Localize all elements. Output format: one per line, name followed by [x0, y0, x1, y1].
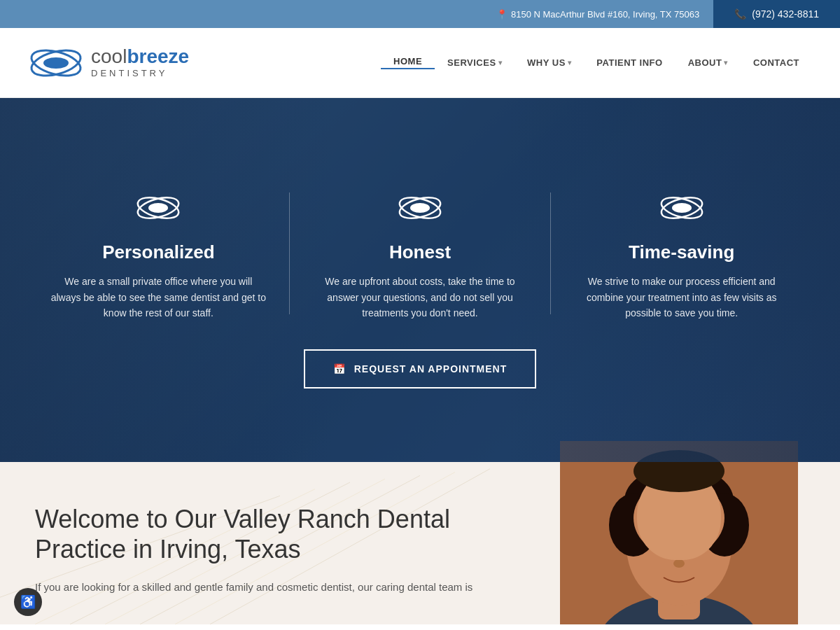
cta-wrap: 📅 REQUEST AN APPOINTMENT	[28, 349, 812, 388]
about-caret: ▾	[724, 59, 728, 66]
col2-title: Honest	[311, 241, 530, 263]
logo-dentistry: DENTISTRY	[91, 68, 189, 78]
svg-point-27	[634, 479, 724, 556]
doctor-photo	[560, 441, 798, 624]
svg-point-30	[673, 559, 685, 568]
personalized-icon	[134, 186, 183, 227]
hero-columns: Personalized We are a small private offi…	[28, 186, 812, 321]
hero-content: Personalized We are a small private offi…	[0, 144, 840, 416]
hero-col-honest: Honest We are upfront about costs, take …	[290, 186, 551, 321]
doctor-face-image	[560, 441, 798, 624]
svg-point-29	[692, 540, 708, 552]
top-bar: 📍 8150 N MacArthur Blvd #160, Irving, TX…	[0, 0, 840, 28]
svg-point-28	[650, 540, 666, 552]
phone-icon: 📞	[734, 8, 746, 20]
logo-brand-name: coolbreeze	[91, 47, 189, 66]
col3-body: We strive to make our process efficient …	[572, 274, 791, 321]
phone-number: (972) 432-8811	[752, 8, 819, 20]
svg-point-8	[410, 203, 430, 213]
nav-home[interactable]: HOME	[381, 56, 435, 69]
svg-point-5	[148, 203, 168, 213]
nav-why-us[interactable]: WHY US ▾	[514, 57, 584, 68]
accessibility-icon: ♿	[20, 594, 36, 610]
svg-point-25	[609, 493, 658, 556]
appointment-button[interactable]: 📅 REQUEST AN APPOINTMENT	[304, 349, 537, 388]
bottom-text-area: Welcome to Our Valley Ranch Dental Pract…	[0, 462, 525, 624]
whyus-caret: ▾	[568, 59, 572, 66]
calendar-icon: 📅	[333, 363, 346, 374]
hero-section: Personalized We are a small private offi…	[0, 98, 840, 462]
location-icon: 📍	[496, 9, 507, 20]
bottom-body: If you are looking for a skilled and gen…	[35, 578, 490, 596]
logo-text: coolbreeze DENTISTRY	[91, 47, 189, 78]
appointment-btn-label: REQUEST AN APPOINTMENT	[354, 363, 507, 374]
nav-about[interactable]: ABOUT ▾	[676, 57, 741, 68]
svg-point-24	[624, 465, 734, 536]
svg-point-26	[700, 493, 749, 556]
nav-contact[interactable]: CONTACT	[741, 57, 812, 68]
hero-col-personalized: Personalized We are a small private offi…	[28, 186, 289, 321]
services-caret: ▾	[498, 59, 503, 66]
svg-point-11	[672, 203, 692, 213]
accessibility-button[interactable]: ♿	[14, 588, 42, 616]
nav-patient-info[interactable]: PATIENT INFO	[584, 57, 675, 68]
col3-title: Time-saving	[572, 241, 791, 263]
logo-breeze: breeze	[127, 46, 189, 67]
logo-icon	[28, 36, 84, 89]
col1-title: Personalized	[49, 241, 268, 263]
site-header: coolbreeze DENTISTRY HOME SERVICES ▾ WHY…	[0, 28, 840, 98]
hero-col-timesaving: Time-saving We strive to make our proces…	[551, 186, 812, 321]
logo[interactable]: coolbreeze DENTISTRY	[28, 36, 189, 89]
honest-icon	[396, 186, 444, 227]
logo-cool: cool	[91, 46, 127, 67]
bottom-section: Welcome to Our Valley Ranch Dental Pract…	[0, 462, 840, 624]
doctor-portrait-svg	[560, 441, 798, 624]
address-bar: 📍 8150 N MacArthur Blvd #160, Irving, TX…	[482, 9, 713, 20]
col2-body: We are upfront about costs, take the tim…	[311, 274, 530, 321]
address-text: 8150 N MacArthur Blvd #160, Irving, TX 7…	[511, 9, 699, 20]
col1-body: We are a small private office where you …	[49, 274, 268, 321]
svg-point-2	[43, 57, 69, 69]
nav-services[interactable]: SERVICES ▾	[435, 57, 514, 68]
bottom-heading: Welcome to Our Valley Ranch Dental Pract…	[35, 504, 490, 564]
phone-bar[interactable]: 📞 (972) 432-8811	[713, 0, 840, 28]
timesaving-icon	[657, 186, 706, 227]
main-nav: HOME SERVICES ▾ WHY US ▾ PATIENT INFO AB…	[381, 56, 812, 69]
